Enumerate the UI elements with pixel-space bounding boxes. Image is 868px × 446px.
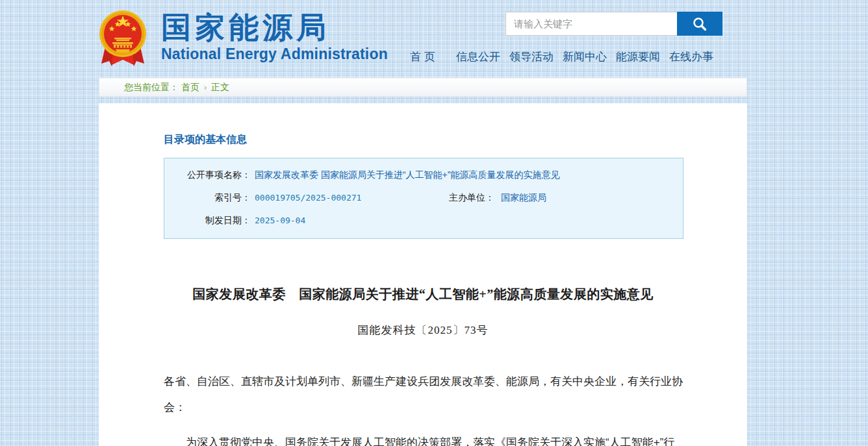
breadcrumb-separator-icon: › <box>204 83 207 92</box>
catalog-date-label: 制发日期： <box>164 215 251 227</box>
breadcrumb: 您当前位置： 首页 › 正文 <box>99 78 747 97</box>
catalog-org-label: 主办单位： <box>442 192 494 204</box>
catalog-name-value[interactable]: 国家发展改革委 国家能源局关于推进“人工智能+”能源高质量发展的实施意见 <box>251 169 559 181</box>
search-input[interactable] <box>505 12 677 36</box>
site-subtitle: National Energy Administration <box>161 45 388 63</box>
search-bar <box>505 12 722 36</box>
document-paragraph: 各省、自治区、直辖市及计划单列市、新疆生产建设兵团发展改革委、能源局，有关中央企… <box>164 369 683 421</box>
catalog-info-table: 公开事项名称： 国家发展改革委 国家能源局关于推进“人工智能+”能源高质量发展的… <box>164 158 683 239</box>
catalog-org-value[interactable]: 国家能源局 <box>494 192 546 204</box>
nav-item-info-disclosure[interactable]: 信息公开 <box>452 49 505 64</box>
nav-item-news-center[interactable]: 新闻中心 <box>558 49 611 64</box>
document-title: 国家发展改革委 国家能源局关于推进“人工智能+”能源高质量发展的实施意见 <box>164 286 682 303</box>
breadcrumb-current[interactable]: 正文 <box>211 82 229 93</box>
national-emblem-icon <box>99 6 147 69</box>
breadcrumb-home-link[interactable]: 首页 <box>181 82 199 93</box>
catalog-heading: 目录项的基本信息 <box>164 133 682 147</box>
nav-item-online-services[interactable]: 在线办事 <box>665 49 718 64</box>
catalog-index-label: 索引号： <box>164 192 251 204</box>
nav-item-energy-news[interactable]: 能源要闻 <box>611 49 665 64</box>
content-panel: 目录项的基本信息 公开事项名称： 国家发展改革委 国家能源局关于推进“人工智能+… <box>99 103 747 446</box>
table-row: 索引号： 000019705/2025-000271 主办单位： 国家能源局 <box>164 186 683 209</box>
breadcrumb-label: 您当前位置： <box>124 82 179 93</box>
table-row: 制发日期： 2025-09-04 <box>164 209 683 232</box>
table-row: 公开事项名称： 国家发展改革委 国家能源局关于推进“人工智能+”能源高质量发展的… <box>164 164 683 186</box>
main-nav: 首 页 信息公开 领导活动 新闻中心 能源要闻 在线办事 <box>405 49 718 64</box>
search-button[interactable] <box>677 12 722 36</box>
document-body: 各省、自治区、直辖市及计划单列市、新疆生产建设兵团发展改革委、能源局，有关中央企… <box>164 369 683 446</box>
site-header: 国家能源局 National Energy Administration 首 页… <box>0 0 868 77</box>
nav-item-home[interactable]: 首 页 <box>405 49 440 64</box>
document-paragraph: 为深入贯彻党中央、国务院关于发展人工智能的决策部署，落实《国务院关于深入实施“人… <box>164 430 683 446</box>
catalog-index-value: 000019705/2025-000271 <box>251 193 361 203</box>
document-number: 国能发科技〔2025〕73号 <box>164 323 682 338</box>
nav-item-leader-activities[interactable]: 领导活动 <box>505 49 558 64</box>
site-title: 国家能源局 <box>161 12 388 43</box>
catalog-date-value: 2025-09-04 <box>251 216 305 225</box>
catalog-name-label: 公开事项名称： <box>164 169 251 181</box>
site-brand[interactable]: 国家能源局 National Energy Administration <box>99 6 388 69</box>
search-icon <box>691 16 708 32</box>
